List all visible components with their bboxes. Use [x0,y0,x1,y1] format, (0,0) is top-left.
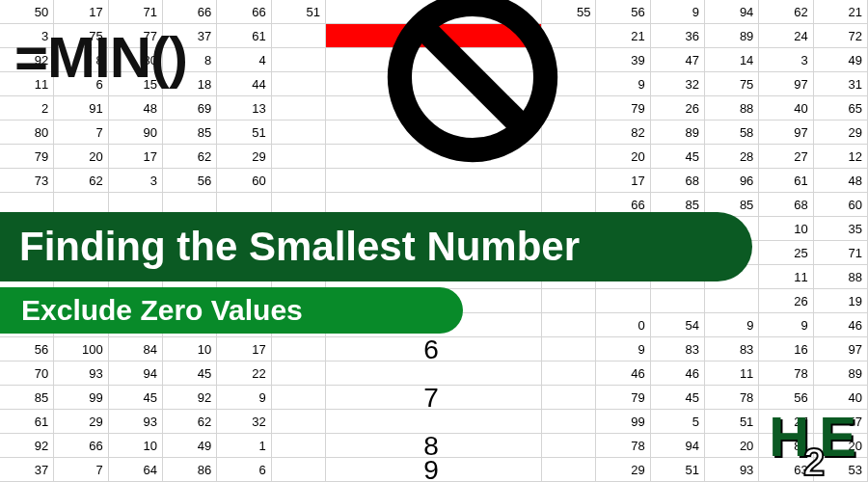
cell[interactable]: 91 [54,96,108,120]
cell[interactable]: 62 [163,410,217,434]
cell[interactable]: 45 [109,386,163,410]
cell[interactable]: 66 [217,0,271,24]
cell[interactable]: 31 [814,72,868,96]
cell[interactable]: 88 [705,96,759,120]
cell[interactable]: 70 [0,362,54,386]
cell[interactable] [542,337,596,362]
cell[interactable]: 11 [759,265,813,289]
cell[interactable]: 51 [217,120,271,145]
cell[interactable] [272,72,326,96]
cell[interactable]: 17 [596,169,650,193]
cell[interactable] [272,458,326,482]
cell[interactable]: 51 [651,458,705,482]
cell[interactable]: 86 [163,458,217,482]
cell[interactable]: 20 [596,145,650,169]
cell[interactable]: 79 [596,96,650,120]
cell[interactable]: 19 [814,289,868,313]
cell[interactable]: 58 [705,120,759,145]
cell[interactable] [705,289,759,313]
cell[interactable]: 4 [217,48,271,72]
cell[interactable]: 92 [163,386,217,410]
cell[interactable] [272,96,326,120]
cell[interactable]: 97 [759,120,813,145]
cell[interactable] [596,289,650,313]
cell[interactable]: 45 [651,145,705,169]
cell[interactable]: 71 [109,0,163,24]
cell[interactable]: 75 [705,72,759,96]
cell[interactable] [272,410,326,434]
cell[interactable]: 47 [651,48,705,72]
cell[interactable]: 51 [705,410,759,434]
cell[interactable] [272,145,326,169]
cell[interactable]: 46 [814,313,868,337]
cell[interactable]: 84 [109,337,163,362]
cell[interactable]: 97 [814,337,868,362]
cell[interactable]: 10 [109,434,163,458]
cell[interactable]: 92 [0,434,54,458]
cell[interactable] [272,120,326,145]
cell[interactable]: 9 [651,0,705,24]
cell[interactable] [542,458,596,482]
cell[interactable]: 21 [596,24,650,48]
cell[interactable]: 65 [814,96,868,120]
cell[interactable]: 17 [217,337,271,362]
cell[interactable] [542,434,596,458]
cell[interactable]: 85 [163,120,217,145]
cell[interactable]: 10 [163,337,217,362]
cell[interactable]: 35 [814,217,868,241]
cell[interactable]: 72 [814,24,868,48]
cell[interactable] [542,410,596,434]
cell[interactable]: 17 [54,0,108,24]
cell[interactable]: 90 [109,120,163,145]
cell[interactable] [272,434,326,458]
cell[interactable]: 71 [814,241,868,265]
cell[interactable]: 29 [54,410,108,434]
cell[interactable] [542,313,596,337]
cell[interactable]: 79 [596,386,650,410]
cell[interactable]: 28 [705,145,759,169]
cell[interactable] [272,337,326,362]
cell[interactable]: 3 [109,169,163,193]
cell[interactable]: 69 [163,96,217,120]
cell[interactable]: 78 [705,386,759,410]
cell[interactable]: 5 [651,410,705,434]
cell[interactable]: 20 [705,434,759,458]
cell[interactable]: 7 [54,120,108,145]
cell[interactable]: 99 [596,410,650,434]
cell[interactable]: 54 [651,313,705,337]
cell[interactable]: 61 [217,24,271,48]
cell[interactable]: 25 [759,241,813,265]
cell[interactable]: 48 [814,169,868,193]
cell[interactable]: 12 [814,145,868,169]
cell[interactable]: 9 [705,313,759,337]
cell[interactable]: 85 [0,386,54,410]
cell[interactable]: 32 [651,72,705,96]
cell[interactable]: 97 [759,72,813,96]
cell[interactable] [272,24,326,48]
cell[interactable]: 40 [759,96,813,120]
cell[interactable] [542,289,596,313]
cell[interactable]: 11 [705,362,759,386]
cell[interactable]: 99 [54,386,108,410]
cell[interactable]: 66 [163,0,217,24]
cell[interactable]: 100 [54,337,108,362]
cell[interactable]: 89 [651,120,705,145]
cell[interactable]: 56 [163,169,217,193]
cell[interactable]: 78 [596,434,650,458]
cell[interactable]: 62 [163,145,217,169]
cell[interactable]: 45 [651,386,705,410]
cell[interactable]: 83 [705,337,759,362]
cell[interactable]: 61 [759,169,813,193]
cell[interactable]: 1 [217,434,271,458]
center-cell[interactable] [326,169,542,193]
cell[interactable]: 49 [814,48,868,72]
center-cell[interactable]: 9 [326,458,542,482]
cell[interactable]: 39 [596,48,650,72]
cell[interactable] [272,362,326,386]
cell[interactable]: 26 [651,96,705,120]
cell[interactable] [542,386,596,410]
cell[interactable]: 73 [0,169,54,193]
cell[interactable]: 16 [759,337,813,362]
cell[interactable]: 49 [163,434,217,458]
cell[interactable]: 56 [596,0,650,24]
